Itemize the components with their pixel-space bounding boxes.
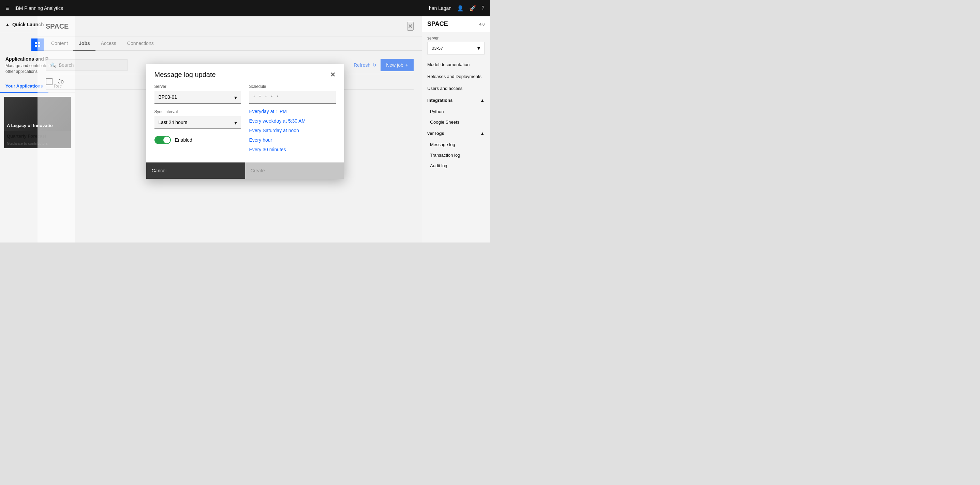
sync-interval-select-wrapper: Last 24 hours ▾ bbox=[154, 116, 241, 129]
server-select[interactable]: BP03-01 bbox=[154, 91, 241, 104]
message-log-dialog: Message log update ✕ Server BP03-01 ▾ Sy… bbox=[146, 64, 344, 179]
schedule-option-every-30min[interactable]: Every 30 minutes bbox=[249, 145, 336, 154]
dialog-footer: Cancel Create bbox=[146, 162, 344, 179]
dialog-title: Message log update bbox=[154, 71, 216, 79]
dialog-left-col: Server BP03-01 ▾ Sync interval Last 24 h… bbox=[154, 84, 241, 154]
schedule-option-everyday-1pm[interactable]: Everyday at 1 PM bbox=[249, 106, 336, 116]
cancel-button[interactable]: Cancel bbox=[146, 162, 245, 179]
schedule-option-every-hour[interactable]: Every hour bbox=[249, 135, 336, 145]
schedule-option-weekday-530am[interactable]: Every weekday at 5:30 AM bbox=[249, 116, 336, 126]
toggle-knob bbox=[163, 136, 170, 143]
schedule-input[interactable] bbox=[249, 91, 336, 104]
enabled-label: Enabled bbox=[175, 137, 192, 143]
enabled-toggle[interactable] bbox=[154, 136, 171, 144]
server-field-label: Server bbox=[154, 84, 241, 89]
schedule-field-label: Schedule bbox=[249, 84, 336, 89]
schedule-option-saturday-noon[interactable]: Every Saturday at noon bbox=[249, 126, 336, 135]
dialog-body: Server BP03-01 ▾ Sync interval Last 24 h… bbox=[146, 84, 344, 162]
sync-interval-label: Sync interval bbox=[154, 109, 241, 114]
server-select-wrapper: BP03-01 ▾ bbox=[154, 91, 241, 104]
dialog-overlay: Message log update ✕ Server BP03-01 ▾ Sy… bbox=[0, 0, 490, 242]
dialog-header: Message log update ✕ bbox=[146, 64, 344, 84]
schedule-options: Everyday at 1 PM Every weekday at 5:30 A… bbox=[249, 106, 336, 154]
enabled-toggle-row: Enabled bbox=[154, 136, 241, 144]
create-button[interactable]: Create bbox=[245, 162, 344, 179]
dialog-right-col: Schedule Everyday at 1 PM Every weekday … bbox=[249, 84, 336, 154]
dialog-close-button[interactable]: ✕ bbox=[330, 70, 336, 79]
sync-interval-wrapper: Sync interval Last 24 hours ▾ bbox=[154, 109, 241, 129]
sync-interval-select[interactable]: Last 24 hours bbox=[154, 116, 241, 129]
